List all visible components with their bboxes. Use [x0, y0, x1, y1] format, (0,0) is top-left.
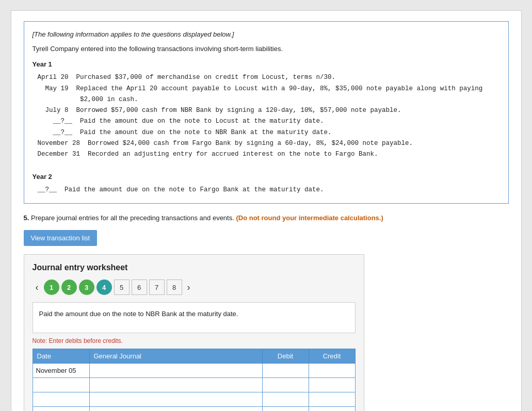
main-container: [The following information applies to th… [11, 10, 522, 411]
col-header-date: Date [33, 349, 89, 364]
row1-date-value: November 05 [36, 367, 76, 374]
tab-7[interactable]: 7 [149, 280, 165, 295]
col-header-debit: Debit [262, 349, 309, 364]
tx-line-1: April 20 Purchased $37,000 of merchandis… [38, 72, 500, 83]
row3-credit[interactable] [309, 392, 355, 407]
row2-debit[interactable] [262, 378, 309, 392]
row3-date[interactable] [33, 392, 89, 407]
table-row [33, 392, 355, 407]
row3-debit-input[interactable] [266, 396, 305, 403]
tab-navigation: ‹ 1 2 3 4 5 6 7 8 › [33, 280, 356, 295]
next-arrow[interactable]: › [184, 281, 194, 294]
row2-credit[interactable] [309, 378, 355, 392]
tx-line-2: May 19 Replaced the April 20 account pay… [38, 84, 500, 94]
worksheet-title: Journal entry worksheet [33, 263, 356, 272]
intro-italic: [The following information applies to th… [33, 29, 500, 40]
question-bold: (Do not round your intermediate calculat… [236, 214, 383, 222]
question-text: Prepare journal entries for all the prec… [31, 214, 234, 222]
row4-debit[interactable] [262, 407, 309, 411]
row2-date-input[interactable] [36, 381, 86, 389]
transactions-block: April 20 Purchased $37,000 of merchandis… [38, 72, 500, 160]
tab-2[interactable]: 2 [61, 280, 77, 295]
col-header-credit: Credit [309, 349, 355, 364]
tx-line-3: $2,000 in cash. [38, 94, 500, 105]
col-header-journal: General Journal [89, 349, 262, 364]
note-line: Note: Enter debits before credits. [33, 337, 356, 344]
row1-credit-input[interactable] [312, 367, 352, 374]
tab-5[interactable]: 5 [114, 280, 130, 295]
year2-label: Year 2 [33, 171, 500, 183]
table-row: November 05 [33, 364, 355, 378]
row1-journal[interactable] [89, 364, 262, 378]
year1-label: Year 1 [33, 59, 500, 70]
tab-8[interactable]: 8 [167, 280, 182, 295]
row4-credit[interactable] [309, 407, 355, 411]
tx-line-4: July 8 Borrowed $57,000 cash from NBR Ba… [38, 105, 500, 116]
row1-debit[interactable] [262, 364, 309, 378]
row1-date: November 05 [33, 364, 89, 378]
row1-journal-input[interactable] [93, 367, 259, 374]
intro-line: Tyrell Company entered into the followin… [33, 43, 500, 55]
tx-line-6: __?__ Paid the amount due on the note to… [38, 127, 500, 138]
journal-table: Date General Journal Debit Credit Novemb… [33, 349, 356, 411]
year2-transactions: __?__ Paid the amount due on the note to… [38, 185, 500, 195]
row2-journal[interactable] [89, 378, 262, 392]
table-row [33, 407, 355, 411]
row3-debit[interactable] [262, 392, 309, 407]
tx-line-5: __?__ Paid the amount due on the note to… [38, 116, 500, 127]
year2-tx-line: __?__ Paid the amount due on the note to… [38, 185, 500, 195]
tab-3[interactable]: 3 [79, 280, 94, 295]
row4-date[interactable] [33, 407, 89, 411]
row2-debit-input[interactable] [266, 381, 305, 389]
transaction-description: Paid the amount due on the note to NBR B… [33, 302, 356, 333]
worksheet-box: Journal entry worksheet ‹ 1 2 3 4 5 6 7 … [24, 254, 364, 411]
row2-date[interactable] [33, 378, 89, 392]
row3-date-input[interactable] [36, 396, 86, 403]
tab-4[interactable]: 4 [96, 280, 112, 295]
row3-journal[interactable] [89, 392, 262, 407]
tx-line-8: December 31 Recorded an adjusting entry … [38, 149, 500, 160]
tab-6[interactable]: 6 [132, 280, 147, 295]
row2-credit-input[interactable] [312, 381, 352, 389]
row1-debit-input[interactable] [266, 367, 305, 374]
row4-journal[interactable] [89, 407, 262, 411]
question-line: 5. Prepare journal entries for all the p… [24, 213, 509, 223]
tab-1[interactable]: 1 [44, 280, 59, 295]
question-number: 5. [24, 214, 29, 222]
prev-arrow[interactable]: ‹ [33, 281, 42, 294]
tx-line-7: November 28 Borrowed $24,000 cash from F… [38, 138, 500, 149]
view-transaction-list-button[interactable]: View transaction list [24, 230, 98, 246]
table-row [33, 378, 355, 392]
row3-journal-input[interactable] [93, 396, 259, 403]
row2-journal-input[interactable] [93, 381, 259, 389]
row1-credit[interactable] [309, 364, 355, 378]
info-box: [The following information applies to th… [24, 21, 509, 204]
row3-credit-input[interactable] [312, 396, 352, 403]
